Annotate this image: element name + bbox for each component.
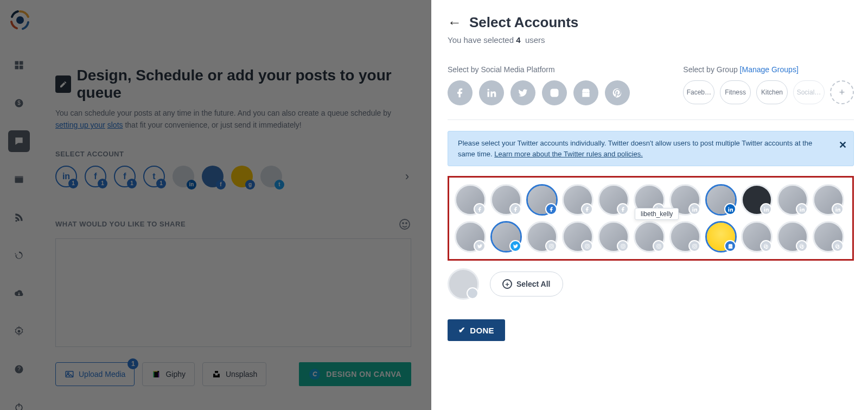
account-avatar[interactable]: [490, 221, 522, 253]
svg-point-26: [488, 89, 489, 91]
accounts-chevron-right-icon[interactable]: ›: [405, 169, 409, 184]
instagram-icon: [653, 240, 665, 252]
mini-account[interactable]: g: [231, 166, 253, 187]
pinterest-icon: [760, 240, 772, 252]
page-title: Design, Schedule or add your posts to yo…: [55, 67, 411, 102]
svg-rect-23: [215, 371, 218, 373]
svg-text:?: ?: [17, 366, 21, 372]
account-avatar[interactable]: [813, 184, 844, 216]
nav-compose[interactable]: [8, 130, 30, 152]
select-all-button[interactable]: +Select All: [490, 272, 563, 297]
twitter-icon: [474, 240, 486, 252]
twitter-alert: Please select your Twitter accounts indi…: [448, 131, 854, 166]
platform-filter-label: Select by Social Media Platform: [448, 65, 630, 74]
nav-power[interactable]: [8, 396, 30, 410]
manage-groups-link[interactable]: [Manage Groups]: [740, 65, 799, 74]
account-avatar[interactable]: [526, 221, 558, 253]
compose-icon: [55, 75, 71, 93]
account-avatar[interactable]: [813, 221, 844, 253]
nav-monetize[interactable]: $: [8, 92, 30, 114]
platform-gmb[interactable]: [573, 80, 598, 105]
account-avatar[interactable]: [562, 184, 593, 216]
svg-point-55: [693, 245, 695, 247]
account-avatar[interactable]: [634, 221, 665, 253]
svg-point-0: [16, 16, 24, 24]
back-arrow-icon[interactable]: ←: [448, 14, 462, 31]
mini-account[interactable]: t1: [143, 166, 165, 187]
nav-help[interactable]: ?: [8, 358, 30, 380]
svg-point-39: [800, 207, 801, 208]
svg-rect-21: [158, 373, 159, 377]
platform-linkedin[interactable]: [479, 80, 504, 105]
nav-cloud[interactable]: [8, 282, 30, 304]
nav-settings[interactable]: [8, 320, 30, 342]
panel-title: Select Accounts: [469, 14, 578, 31]
svg-point-43: [550, 245, 552, 247]
platform-instagram[interactable]: [542, 80, 567, 105]
nav-calendar[interactable]: [8, 168, 30, 190]
platform-facebook[interactable]: [448, 80, 473, 105]
account-avatar[interactable]: [562, 221, 593, 253]
account-avatar[interactable]: [490, 184, 522, 216]
divider: [448, 119, 854, 120]
group-chip[interactable]: Kitchen: [756, 80, 788, 104]
account-avatar[interactable]: [598, 221, 629, 253]
account-avatar[interactable]: [777, 221, 808, 253]
nav-rss[interactable]: [8, 206, 30, 228]
pinterest-icon: [832, 240, 844, 252]
svg-rect-2: [20, 61, 23, 65]
facebook-icon: [617, 203, 629, 215]
group-chip[interactable]: Faceb…: [683, 80, 714, 104]
svg-rect-34: [728, 209, 729, 212]
linkedin-icon: [832, 203, 844, 215]
svg-point-56: [695, 244, 696, 245]
mini-account[interactable]: in: [173, 166, 194, 187]
platform-pinterest[interactable]: [605, 80, 630, 105]
giphy-button[interactable]: Giphy: [142, 362, 195, 386]
nav-dashboard[interactable]: [8, 54, 30, 76]
svg-rect-25: [488, 92, 489, 97]
account-avatar[interactable]: [741, 221, 773, 253]
mini-account[interactable]: t: [260, 166, 282, 187]
account-avatar[interactable]: [705, 184, 737, 216]
done-button[interactable]: ✔DONE: [448, 319, 505, 341]
group-chip[interactable]: Fitness: [720, 80, 751, 104]
linkedin-icon: [724, 203, 736, 215]
add-group-button[interactable]: +: [830, 80, 854, 104]
design-on-canva-button[interactable]: DESIGN ON CANVA: [299, 362, 411, 386]
account-avatar[interactable]: [598, 184, 629, 216]
svg-rect-19: [154, 371, 159, 377]
post-textarea[interactable]: [55, 238, 411, 347]
svg-rect-8: [15, 176, 23, 178]
account-avatar[interactable]: [669, 221, 701, 253]
facebook-icon: [474, 203, 486, 215]
mini-account[interactable]: in1: [55, 166, 77, 187]
mini-account[interactable]: f: [202, 166, 224, 187]
account-avatar[interactable]: [705, 221, 737, 253]
account-avatar[interactable]: [777, 184, 808, 216]
alert-close-icon[interactable]: ✕: [839, 138, 847, 153]
facebook-icon: [581, 203, 593, 215]
account-avatar[interactable]: [455, 184, 486, 216]
pinterest-icon: [796, 240, 808, 252]
slots-link[interactable]: slots: [107, 121, 123, 129]
instagram-icon: [617, 240, 629, 252]
svg-point-24: [309, 369, 320, 380]
account-avatar[interactable]: [448, 268, 479, 300]
setup-link[interactable]: setting up your: [55, 121, 105, 129]
account-avatar[interactable]: [526, 184, 558, 216]
svg-rect-13: [18, 403, 20, 407]
nav-history[interactable]: [8, 244, 30, 266]
app-logo[interactable]: [9, 9, 31, 31]
upload-media-button[interactable]: Upload Media 1: [55, 362, 135, 386]
platform-twitter[interactable]: [510, 80, 535, 105]
account-avatar[interactable]: [455, 221, 486, 253]
twitter-policy-link[interactable]: Learn more about the Twitter rules and p…: [494, 150, 643, 158]
group-chip[interactable]: Social…: [793, 80, 825, 104]
mini-account[interactable]: f1: [114, 166, 136, 187]
unsplash-button[interactable]: Unsplash: [202, 362, 266, 386]
emoji-picker-icon[interactable]: [398, 218, 411, 231]
mini-account[interactable]: f1: [85, 166, 106, 187]
accounts-grid-highlight: libeth_kelly: [448, 176, 854, 261]
account-avatar[interactable]: [741, 184, 773, 216]
